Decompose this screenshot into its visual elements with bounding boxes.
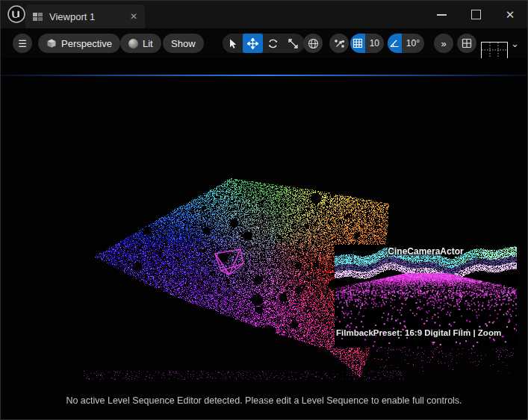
grid-snap-value[interactable]: 10 (365, 34, 384, 53)
menu-icon: ☰ (18, 38, 27, 49)
world-space-toggle-button[interactable] (303, 34, 323, 53)
viewport-layouts-icon (462, 38, 472, 48)
transform-tools-group (223, 34, 305, 53)
show-dropdown[interactable]: Show (163, 34, 204, 53)
minimize-icon (437, 14, 447, 16)
lit-label: Lit (143, 38, 153, 49)
close-icon: ✕ (506, 9, 515, 20)
world-space-globe-icon (308, 38, 319, 49)
camera-preview-title: CineCameraActor (335, 246, 517, 257)
surface-snapping-button[interactable] (329, 34, 349, 53)
lit-mode-dropdown[interactable]: Lit (120, 34, 161, 53)
perspective-cube-icon (46, 38, 57, 48)
grid-snap-icon (350, 34, 365, 53)
sequencer-status-message: No active Level Sequence Editor detected… (1, 395, 527, 406)
titlebar[interactable]: Viewport 1 ✕ ✕ (1, 1, 527, 28)
cine-camera-preview: CineCameraActor FilmbackPreset: 16:9 Dig… (335, 245, 517, 348)
viewport-layouts-button[interactable] (457, 34, 476, 53)
viewport-toolbar: ☰ Perspective Lit Show (1, 28, 527, 58)
toolbar-expand-button[interactable]: » (434, 34, 453, 53)
select-tool-button[interactable] (223, 34, 243, 53)
scale-tool-button[interactable] (283, 34, 303, 53)
camera-frustum-gizmo[interactable] (1, 58, 527, 419)
show-label: Show (171, 38, 196, 49)
angle-snap-control[interactable]: 10° (388, 34, 424, 53)
tab-viewport-1[interactable]: Viewport 1 ✕ (25, 4, 145, 28)
viewport-layout-icon (33, 13, 43, 21)
move-tool-icon (247, 38, 258, 49)
unreal-logo-icon (7, 4, 26, 24)
angle-snap-value[interactable]: 10° (402, 34, 424, 53)
composition-overlay-selector[interactable] (481, 42, 508, 59)
viewport-3d[interactable]: CineCameraActor FilmbackPreset: 16:9 Dig… (1, 58, 527, 419)
perspective-label: Perspective (61, 38, 112, 49)
tab-close-icon[interactable]: ✕ (130, 12, 137, 21)
lit-sphere-icon (128, 39, 138, 48)
close-button[interactable]: ✕ (493, 1, 527, 28)
angle-snap-icon (388, 34, 402, 53)
minimize-button[interactable] (424, 1, 459, 28)
rotate-tool-icon (267, 38, 279, 49)
rotate-tool-button[interactable] (263, 34, 283, 53)
tab-title: Viewport 1 (49, 11, 95, 22)
grid-snap-control[interactable]: 10 (350, 34, 384, 53)
perspective-dropdown[interactable]: Perspective (38, 34, 120, 53)
move-tool-button[interactable] (243, 34, 263, 53)
surface-snap-icon (334, 38, 345, 49)
filmback-preset-label: FilmbackPreset: 16:9 Digital Film | Zoom (336, 328, 517, 337)
expand-toolbar-icon: » (441, 38, 446, 49)
viewport-options-button[interactable]: ☰ (13, 34, 32, 53)
chevron-down-icon[interactable]: ⌄ (511, 38, 519, 49)
select-arrow-icon (227, 38, 238, 49)
composition-overlay-thumbnail (482, 43, 506, 57)
scale-tool-icon (288, 38, 299, 49)
unreal-viewport-window: Viewport 1 ✕ ✕ ☰ Perspective (0, 0, 528, 420)
maximize-button[interactable] (459, 1, 493, 28)
maximize-icon (471, 10, 481, 19)
